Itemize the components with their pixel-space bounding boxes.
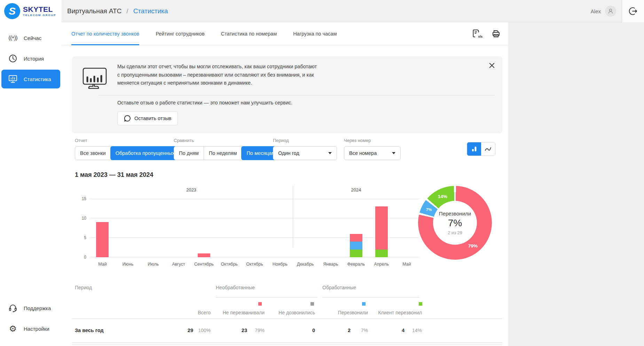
- bar-segment[interactable]: [375, 250, 388, 257]
- bar-columns: [90, 199, 419, 257]
- cell-called-back: 2: [348, 328, 351, 333]
- leave-feedback-button[interactable]: Оставить отзыв: [117, 111, 178, 125]
- print-button[interactable]: [492, 29, 501, 38]
- user-name[interactable]: Alex: [591, 8, 601, 14]
- month-tick: Ноябрь: [267, 262, 293, 267]
- close-icon[interactable]: [488, 61, 496, 70]
- row-period-label: За весь год: [75, 328, 104, 333]
- bar-chart-icon: [471, 146, 477, 152]
- sidebar-item-label: История: [24, 56, 44, 62]
- donut-center-value: 7%: [448, 218, 462, 229]
- month-tick: Июнь: [115, 262, 141, 267]
- print-icon: [492, 29, 501, 38]
- bar-column: [115, 199, 141, 257]
- brand-subtitle: TELECOM GROUP: [23, 14, 56, 17]
- line-chart-toggle-button[interactable]: [481, 142, 495, 156]
- bar-segment[interactable]: [96, 222, 109, 257]
- sidebar-item-support[interactable]: Поддержка: [1, 299, 60, 317]
- xls-label: xls: [478, 35, 482, 38]
- sidebar-item-statistics[interactable]: Статистика: [1, 70, 60, 88]
- bar-segment[interactable]: [375, 206, 388, 249]
- month-tick: Май: [394, 262, 419, 267]
- y-axis-tick: 5: [84, 235, 86, 240]
- via-number-select[interactable]: Все номера: [344, 146, 401, 160]
- year-axis: 20232024: [90, 186, 419, 196]
- cell-client-called: 4: [402, 328, 405, 333]
- bar-column: [394, 199, 419, 257]
- bar-segment[interactable]: [350, 250, 362, 257]
- logout-icon: [629, 7, 638, 16]
- column-client-called-header: Клиент перезвонил: [378, 310, 422, 315]
- group-unprocessed-header: Необработанные: [216, 285, 255, 290]
- statistics-icon: [7, 74, 19, 84]
- cell-not-reached: 0: [312, 328, 315, 333]
- line-chart-icon: [485, 146, 492, 152]
- donut-slice-label: 7%: [426, 207, 432, 212]
- bar-column: [318, 199, 344, 257]
- filter-period: Период Один год: [273, 138, 337, 160]
- banner-divider: [99, 95, 495, 95]
- breadcrumb: Виртуальная АТС / Статистика: [62, 7, 168, 15]
- avatar[interactable]: [605, 6, 616, 17]
- tab-hourly-load[interactable]: Нагрузка по часам: [293, 22, 337, 45]
- month-tick: Октябрь: [217, 262, 242, 267]
- top-header: Виртуальная АТС / Статистика Alex: [62, 0, 644, 22]
- sidebar-item-settings[interactable]: ⚙ Настройки: [1, 319, 60, 338]
- group-underline: [216, 297, 317, 298]
- leave-feedback-label: Оставить отзыв: [134, 116, 171, 121]
- month-axis: МайИюньИюльАвгустСентябрьОктябрьОктябрьН…: [90, 262, 419, 267]
- cell-not-called-back: 23: [242, 328, 247, 333]
- donut-center-sub: 2 из 29: [448, 230, 462, 235]
- sidebar: S SKYTEL TELECOM GROUP ((●)) Сейчас Исто…: [0, 0, 62, 346]
- month-tick: Февраль: [343, 262, 369, 267]
- bar-segment[interactable]: [198, 253, 210, 257]
- banner-line: с пропущенными вызовами – перезванивают …: [117, 71, 431, 79]
- column-not-called-back-header: Не перезванивали: [222, 310, 265, 315]
- column-total-header: Всего: [198, 310, 211, 315]
- bar-segment[interactable]: [350, 234, 362, 242]
- tab-numbers-statistics[interactable]: Статистика по номерам: [221, 22, 277, 45]
- chart-section: 20232024 051015 МайИюньИюльАвгустСентябр…: [71, 186, 502, 280]
- group-processed-header: Обработанные: [322, 285, 356, 290]
- tab-calls-report[interactable]: Отчет по количеству звонков: [71, 22, 139, 45]
- breadcrumb-current[interactable]: Статистика: [133, 7, 168, 15]
- y-axis-tick: 10: [82, 216, 86, 221]
- column-not-reached-header: Не дозвонились: [278, 310, 315, 315]
- sidebar-nav: ((●)) Сейчас История Статистика: [0, 29, 62, 88]
- export-xls-button[interactable]: xls: [472, 29, 482, 38]
- filter-compare-by-days[interactable]: По дням: [174, 147, 204, 160]
- feedback-text: Оставьте отзыв о работе статистики — это…: [117, 100, 292, 105]
- banner-line: меняется ситуация с непринятыми звонками…: [117, 79, 431, 87]
- bar-segment[interactable]: [350, 242, 362, 249]
- filter-report-missed-processing[interactable]: Обработка пропущенных: [110, 146, 180, 160]
- chart-type-toggle: [467, 142, 495, 156]
- cell-total-pct: 100%: [198, 328, 211, 333]
- via-number-select-value: Все номера: [349, 150, 377, 156]
- table-row[interactable]: За весь год 29 100% 23 79% 0 2 7% 4 14%: [72, 319, 502, 343]
- month-tick: Январь: [318, 262, 344, 267]
- month-tick: Октябрь: [242, 262, 267, 267]
- brand-logo[interactable]: S SKYTEL TELECOM GROUP: [0, 0, 62, 22]
- tab-employee-rating[interactable]: Рейтинг сотрудников: [156, 22, 205, 45]
- sidebar-item-label: Настройки: [24, 326, 49, 332]
- donut-slice-label: 14%: [438, 194, 447, 199]
- chevron-down-icon: [328, 152, 332, 154]
- cell-client-called-pct: 14%: [412, 328, 422, 333]
- month-tick: Июль: [141, 262, 166, 267]
- filter-report-label: Отчет: [75, 138, 180, 143]
- filter-report: Отчет Все звонки Обработка пропущенных: [75, 138, 180, 160]
- sidebar-item-now[interactable]: ((●)) Сейчас: [1, 29, 60, 47]
- filter-compare-by-weeks[interactable]: По неделям: [204, 147, 242, 160]
- sidebar-item-label: Статистика: [24, 76, 51, 82]
- speech-bubble-icon: [124, 115, 131, 122]
- logout-button[interactable]: [622, 0, 644, 22]
- period-select[interactable]: Один год: [273, 146, 337, 160]
- sidebar-item-history[interactable]: История: [1, 49, 60, 68]
- swatch-not-reached: [311, 302, 314, 306]
- breadcrumb-root[interactable]: Виртуальная АТС: [67, 7, 121, 15]
- filter-report-all-calls[interactable]: Все звонки: [75, 147, 111, 160]
- swatch-client-called: [419, 302, 422, 306]
- bar-chart-toggle-button[interactable]: [467, 142, 481, 156]
- cell-total: 29: [188, 328, 193, 333]
- swatch-not-called-back: [258, 302, 262, 306]
